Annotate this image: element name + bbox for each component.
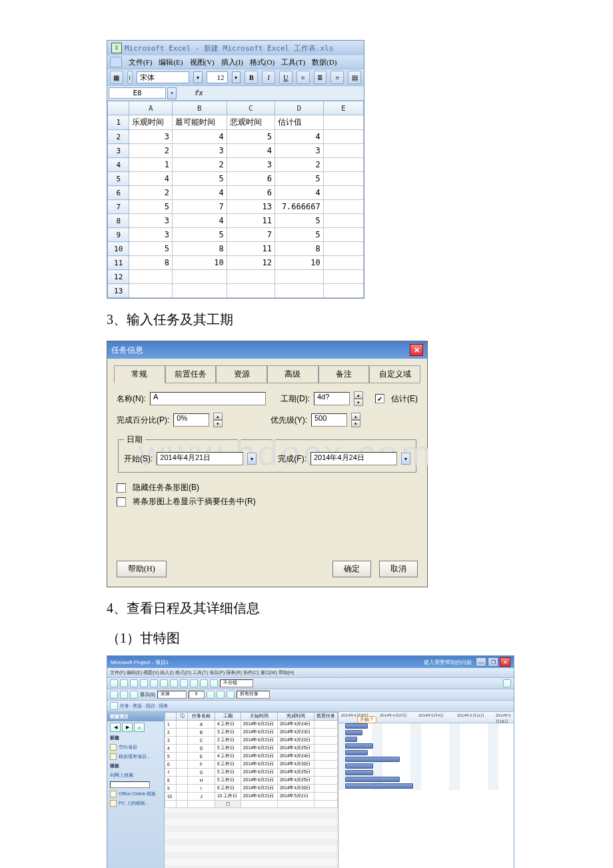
cell[interactable]: 5 [129,242,173,256]
font-name-select[interactable]: 宋体 [137,71,189,83]
cell[interactable]: 5 [275,228,324,242]
gantt-bar[interactable] [345,737,357,742]
print-icon[interactable] [140,679,148,687]
cell[interactable]: 3 [275,144,324,158]
cell[interactable] [227,284,275,298]
gantt-bar[interactable] [345,730,362,735]
window-menu-icon[interactable] [110,57,122,67]
menu-tools[interactable]: 工具(T) [281,57,305,67]
help-button[interactable]: 帮助(H) [117,561,167,577]
italic-button[interactable]: I [262,71,275,84]
cell[interactable]: 悲观时间 [227,115,275,130]
cell[interactable] [323,172,363,186]
tab-custom[interactable]: 自定义域 [369,365,420,383]
gantt-bar[interactable] [345,723,368,729]
side-item-existing[interactable]: 根据现有项目... [107,752,164,761]
rollup-checkbox[interactable] [117,497,126,507]
cell[interactable]: 3 [129,228,173,242]
cell[interactable]: 3 [172,144,227,158]
cell[interactable]: 6 [227,186,275,200]
cell[interactable]: 7 [227,228,275,242]
cell[interactable]: 乐观时间 [129,115,173,130]
tab-predecessors[interactable]: 前置任务 [165,365,217,383]
cell[interactable] [227,270,275,284]
task-table[interactable]: ⓘ 任务名称 工期 开始时间 完成时间 前置任务 1A4 工作日2014年4月2… [165,712,338,808]
balloon-tip[interactable]: 开始？ [357,716,376,723]
excel-toolbar[interactable]: ▦ ⁞ 宋体 ▾ 12 ▾ B I U ≡ ≣ ≡ ▤ [107,69,364,86]
cell[interactable]: 2 [172,158,227,172]
cell[interactable] [129,270,173,284]
home-icon[interactable]: ⌂ [134,723,145,732]
undo-icon[interactable] [180,679,188,687]
task-col-end[interactable]: 完成时间 [278,713,314,721]
toolbar-icon-1[interactable]: ▦ [110,71,123,84]
row-head[interactable]: 9 [108,228,129,242]
cell[interactable] [323,270,363,284]
cell[interactable] [323,130,363,144]
gantt-bar[interactable] [345,783,413,789]
bold-button[interactable]: B [245,71,258,84]
name-input[interactable]: A [150,392,266,405]
cell[interactable]: 7 [172,200,227,214]
fx-icon[interactable]: fx [190,89,207,97]
row-head[interactable]: 1 [108,115,129,130]
italic-icon[interactable] [217,691,225,699]
task-col-start[interactable]: 开始时间 [241,713,278,721]
priority-input[interactable]: 500 [311,413,347,427]
task-col-info[interactable]: ⓘ [177,713,188,721]
gantt-bar[interactable] [345,750,368,755]
cell[interactable]: 2 [129,144,173,158]
menu-data[interactable]: 数据(D) [312,57,336,67]
gantt-bar[interactable] [345,770,373,775]
cell[interactable]: 13 [227,200,275,214]
row-head[interactable]: 7 [108,200,129,214]
row-head[interactable]: 13 [108,284,129,298]
task-col-name[interactable]: 任务名称 [188,713,215,721]
row-head[interactable]: 5 [108,172,129,186]
side-item-office-online[interactable]: Office Online 模板 [107,789,164,799]
tab-resources[interactable]: 资源 [216,365,267,383]
link-icon[interactable] [200,679,208,687]
split-bar-label[interactable]: 任务 · 资源 · 跟踪 · 报表 [120,703,168,709]
side-item-search-box[interactable] [107,780,164,789]
cell[interactable]: 6 [227,172,275,186]
cell[interactable] [323,242,363,256]
close-icon[interactable]: ✕ [410,344,423,356]
cell[interactable]: 4 [227,144,275,158]
finish-date-input[interactable]: 2014年4月24日 [310,452,397,465]
menu-insert[interactable]: 插入(I) [221,57,243,67]
show-label[interactable]: 显示(S) [140,692,155,698]
cell[interactable] [323,228,363,242]
cancel-button[interactable]: 取消 [379,561,418,577]
zoom-icon[interactable] [503,679,511,687]
cell[interactable] [323,115,363,130]
task-col-dur[interactable]: 工期 [215,713,241,721]
cell[interactable] [275,270,324,284]
cell[interactable] [323,158,363,172]
font-name-proj[interactable]: 宋体 [157,691,187,699]
side-item-search-online[interactable]: 到网上搜索: [107,771,164,780]
chevron-up-icon[interactable]: ▴ [354,391,363,399]
priority-spinner[interactable]: ▴▾ [351,413,360,427]
excel-menubar[interactable]: 文件(F) 编辑(E) 视图(V) 插入(I) 格式(O) 工具(T) 数据(D… [107,55,364,69]
gantt-chart[interactable]: 2014年4月20日 2014年4月27日 2014年5月4日 2014年5月1… [338,712,514,868]
excel-grid[interactable]: A B C D E 1 乐观时间 最可能时间 悲观时间 估计值 23454 32… [107,101,364,298]
cell[interactable]: 3 [129,130,173,144]
col-head-d[interactable]: D [275,101,324,115]
cell[interactable]: 最可能时间 [172,115,227,130]
tab-advanced[interactable]: 高级 [267,365,318,383]
percent-input[interactable]: 0% [173,413,209,427]
cell[interactable]: 5 [227,130,275,144]
task-empty-area[interactable] [165,808,338,868]
redo-icon[interactable] [190,679,198,687]
cell[interactable]: 8 [275,242,324,256]
menu-edit[interactable]: 编辑(E) [159,57,183,67]
align-center-icon[interactable]: ≣ [314,71,327,84]
cell[interactable]: 1 [129,158,173,172]
cell[interactable]: 11 [227,242,275,256]
cell[interactable] [129,284,173,298]
maximize-icon[interactable]: ❐ [488,657,498,667]
row-head[interactable]: 8 [108,214,129,228]
cell[interactable] [323,144,363,158]
paste-icon[interactable] [170,679,178,687]
